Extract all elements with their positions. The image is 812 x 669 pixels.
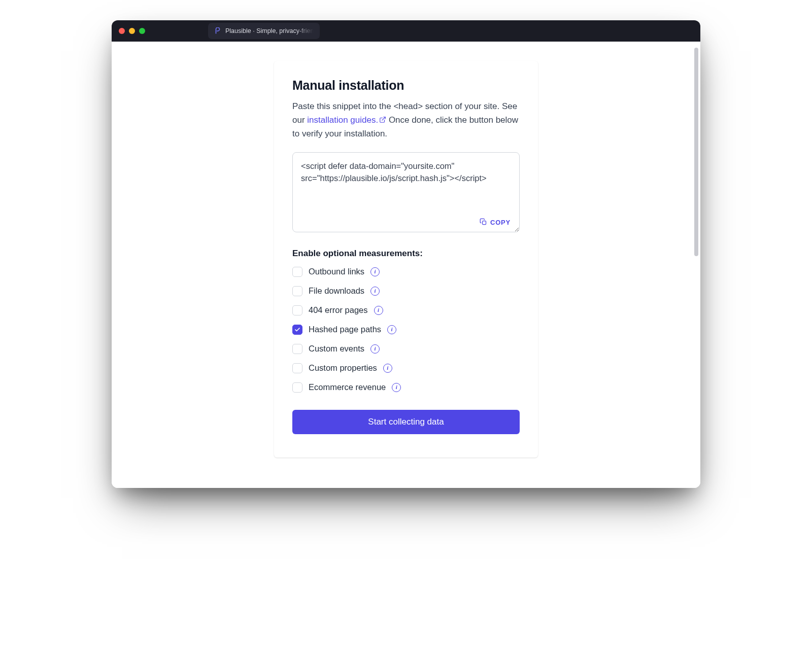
option-label: Hashed page paths (309, 325, 381, 334)
option-row: Custom propertiesi (292, 363, 520, 373)
option-row: Outbound linksi (292, 267, 520, 277)
option-row: Hashed page pathsi (292, 325, 520, 335)
copy-button[interactable]: COPY (480, 218, 511, 227)
browser-tab[interactable]: Plausible · Simple, privacy-frien (208, 23, 320, 39)
info-icon[interactable]: i (370, 267, 380, 276)
option-label: Custom properties (309, 363, 377, 373)
scrollbar-thumb[interactable] (694, 48, 698, 256)
card-heading: Manual installation (292, 78, 520, 93)
option-label: Outbound links (309, 267, 364, 276)
snippet-container: COPY (292, 152, 520, 234)
option-checkbox[interactable] (292, 363, 302, 373)
info-icon[interactable]: i (392, 383, 401, 392)
svg-line-0 (382, 117, 385, 120)
info-icon[interactable]: i (387, 325, 396, 334)
info-icon[interactable]: i (374, 306, 383, 315)
installation-guides-link[interactable]: installation guides. (307, 115, 386, 125)
scrollbar[interactable] (694, 48, 698, 482)
window-controls (119, 28, 145, 34)
copy-button-label: COPY (490, 219, 511, 226)
close-window-button[interactable] (119, 28, 125, 34)
option-checkbox[interactable] (292, 267, 302, 277)
option-checkbox[interactable] (292, 286, 302, 296)
option-label: Custom events (309, 344, 364, 354)
option-checkbox[interactable] (292, 305, 302, 315)
option-row: Ecommerce revenuei (292, 382, 520, 393)
titlebar: Plausible · Simple, privacy-frien (112, 20, 700, 42)
plausible-favicon-icon (214, 27, 221, 34)
browser-window: Plausible · Simple, privacy-frien Manual… (112, 20, 700, 488)
start-collecting-button[interactable]: Start collecting data (292, 410, 520, 434)
info-icon[interactable]: i (370, 287, 380, 296)
option-label: File downloads (309, 286, 364, 296)
external-link-icon (379, 116, 386, 123)
options-heading: Enable optional measurements: (292, 249, 520, 259)
option-row: Custom eventsi (292, 344, 520, 354)
browser-tab-title: Plausible · Simple, privacy-frien (225, 27, 314, 34)
option-checkbox[interactable] (292, 382, 302, 393)
options-list: Outbound linksiFile downloadsi404 error … (292, 267, 520, 393)
option-label: 404 error pages (309, 305, 368, 315)
info-icon[interactable]: i (383, 364, 392, 373)
info-icon[interactable]: i (370, 344, 380, 354)
minimize-window-button[interactable] (129, 28, 135, 34)
option-checkbox[interactable] (292, 344, 302, 354)
copy-icon (480, 218, 487, 227)
option-checkbox[interactable] (292, 325, 302, 335)
option-row: File downloadsi (292, 286, 520, 296)
installation-card: Manual installation Paste this snippet i… (274, 61, 538, 457)
option-row: 404 error pagesi (292, 305, 520, 315)
page-viewport: Manual installation Paste this snippet i… (112, 42, 700, 488)
maximize-window-button[interactable] (139, 28, 145, 34)
option-label: Ecommerce revenue (309, 382, 386, 392)
svg-rect-1 (483, 221, 486, 224)
card-description: Paste this snippet into the <head> secti… (292, 100, 520, 141)
